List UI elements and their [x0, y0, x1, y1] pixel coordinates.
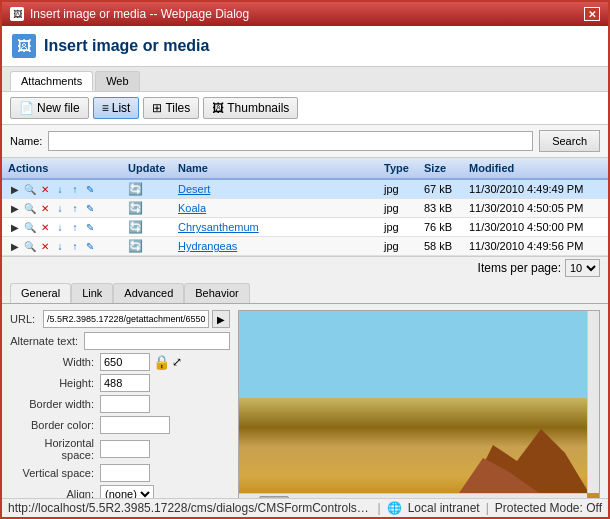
magnify-icon[interactable]: 🔍	[23, 239, 37, 253]
url-row: URL: ▶	[10, 310, 230, 328]
list-button[interactable]: ≡ List	[93, 97, 140, 119]
arrow-icon[interactable]: ▶	[8, 239, 22, 253]
url-browse-button[interactable]: ▶	[212, 310, 230, 328]
file-name[interactable]: Desert	[172, 182, 378, 196]
move-down-icon[interactable]: ↓	[53, 220, 67, 234]
arrow-icon[interactable]: ▶	[8, 201, 22, 215]
delete-icon[interactable]: ✕	[38, 201, 52, 215]
size-icon[interactable]: ⤢	[172, 355, 182, 369]
table-row[interactable]: ▶ 🔍 ✕ ↓ ↑ ✎ 🔄 Desert jpg 67 kB 11/30/201…	[2, 180, 608, 199]
update-icon[interactable]: 🔄	[128, 182, 143, 196]
magnify-icon[interactable]: 🔍	[23, 201, 37, 215]
vert-space-label: Vertical space:	[10, 467, 100, 479]
items-per-page-select[interactable]: 10 25 50	[565, 259, 600, 277]
move-down-icon[interactable]: ↓	[53, 201, 67, 215]
th-size: Size	[418, 160, 463, 176]
form-area: URL: ▶ Alternate text: Width: 🔒 ⤢	[10, 310, 230, 498]
table-row[interactable]: ▶ 🔍 ✕ ↓ ↑ ✎ 🔄 Koala jpg 83 kB 11/30/2010…	[2, 199, 608, 218]
file-name[interactable]: Koala	[172, 201, 378, 215]
arrow-icon[interactable]: ▶	[8, 182, 22, 196]
arrow-icon[interactable]: ▶	[8, 220, 22, 234]
border-color-input[interactable]	[100, 416, 170, 434]
move-up-icon[interactable]: ↑	[68, 220, 82, 234]
tiles-icon: ⊞	[152, 101, 162, 115]
align-select[interactable]: (none)	[100, 485, 154, 498]
vert-space-input[interactable]	[100, 464, 150, 482]
alt-input[interactable]	[84, 332, 230, 350]
alt-row: Alternate text:	[10, 332, 230, 350]
list-icon: ≡	[102, 101, 109, 115]
new-file-icon: 📄	[19, 101, 34, 115]
row-actions: ▶ 🔍 ✕ ↓ ↑ ✎	[2, 238, 122, 254]
scrollbar-thumb-h[interactable]	[259, 496, 289, 499]
url-input[interactable]	[43, 310, 209, 328]
height-label: Height:	[10, 377, 100, 389]
delete-icon[interactable]: ✕	[38, 182, 52, 196]
lock-icon[interactable]: 🔒	[153, 354, 170, 370]
search-button[interactable]: Search	[539, 130, 600, 152]
magnify-icon[interactable]: 🔍	[23, 182, 37, 196]
align-row: Align: (none)	[10, 485, 230, 498]
bottom-section: General Link Advanced Behavior URL: ▶ Al…	[2, 279, 608, 498]
status-zone: Local intranet	[408, 501, 480, 515]
move-up-icon[interactable]: ↑	[68, 182, 82, 196]
dialog-content: Attachments Web 📄 New file ≡ List ⊞ Tile…	[2, 67, 608, 498]
move-down-icon[interactable]: ↓	[53, 239, 67, 253]
update-icon[interactable]: 🔄	[128, 239, 143, 253]
file-type: jpg	[378, 220, 418, 234]
file-name[interactable]: Hydrangeas	[172, 239, 378, 253]
th-modified: Modified	[463, 160, 608, 176]
row-actions: ▶ 🔍 ✕ ↓ ↑ ✎	[2, 181, 122, 197]
edit-icon[interactable]: ✎	[83, 239, 97, 253]
btab-general[interactable]: General	[10, 283, 71, 303]
update-icon[interactable]: 🔄	[128, 201, 143, 215]
tiles-button[interactable]: ⊞ Tiles	[143, 97, 199, 119]
items-per-page-row: Items per page: 10 25 50	[2, 256, 608, 279]
file-size: 67 kB	[418, 182, 463, 196]
move-down-icon[interactable]: ↓	[53, 182, 67, 196]
move-up-icon[interactable]: ↑	[68, 201, 82, 215]
update-cell: 🔄	[122, 238, 172, 254]
file-modified: 11/30/2010 4:49:56 PM	[463, 239, 608, 253]
delete-icon[interactable]: ✕	[38, 220, 52, 234]
magnify-icon[interactable]: 🔍	[23, 220, 37, 234]
btab-advanced[interactable]: Advanced	[113, 283, 184, 303]
header-icon: 🖼	[12, 34, 36, 58]
update-cell: 🔄	[122, 219, 172, 235]
table-row[interactable]: ▶ 🔍 ✕ ↓ ↑ ✎ 🔄 Chrysanthemum jpg 76 kB 11…	[2, 218, 608, 237]
close-button[interactable]: ✕	[584, 7, 600, 21]
edit-icon[interactable]: ✎	[83, 182, 97, 196]
file-type: jpg	[378, 182, 418, 196]
file-type: jpg	[378, 201, 418, 215]
window-icon: 🖼	[10, 7, 24, 21]
tab-attachments[interactable]: Attachments	[10, 71, 93, 91]
file-size: 58 kB	[418, 239, 463, 253]
width-input[interactable]	[100, 353, 150, 371]
height-input[interactable]	[100, 374, 150, 392]
tab-web[interactable]: Web	[95, 71, 139, 91]
move-up-icon[interactable]: ↑	[68, 239, 82, 253]
thumbnails-icon: 🖼	[212, 101, 224, 115]
horizontal-scrollbar[interactable]	[239, 493, 587, 498]
edit-icon[interactable]: ✎	[83, 220, 97, 234]
update-cell: 🔄	[122, 181, 172, 197]
bottom-content: URL: ▶ Alternate text: Width: 🔒 ⤢	[2, 304, 608, 498]
update-icon[interactable]: 🔄	[128, 220, 143, 234]
table-row[interactable]: ▶ 🔍 ✕ ↓ ↑ ✎ 🔄 Hydrangeas jpg 58 kB 11/30…	[2, 237, 608, 256]
file-size: 76 kB	[418, 220, 463, 234]
new-file-button[interactable]: 📄 New file	[10, 97, 89, 119]
btab-link[interactable]: Link	[71, 283, 113, 303]
btab-behavior[interactable]: Behavior	[184, 283, 249, 303]
horiz-space-input[interactable]	[100, 440, 150, 458]
name-input[interactable]	[48, 131, 533, 151]
delete-icon[interactable]: ✕	[38, 239, 52, 253]
thumbnails-button[interactable]: 🖼 Thumbnails	[203, 97, 298, 119]
edit-icon[interactable]: ✎	[83, 201, 97, 215]
border-width-input[interactable]	[100, 395, 150, 413]
vertical-scrollbar[interactable]	[587, 311, 599, 493]
height-row: Height:	[10, 374, 230, 392]
row-actions: ▶ 🔍 ✕ ↓ ↑ ✎	[2, 200, 122, 216]
dialog-header: 🖼 Insert image or media	[2, 26, 608, 67]
file-name[interactable]: Chrysanthemum	[172, 220, 378, 234]
name-search-row: Name: Search	[2, 125, 608, 158]
